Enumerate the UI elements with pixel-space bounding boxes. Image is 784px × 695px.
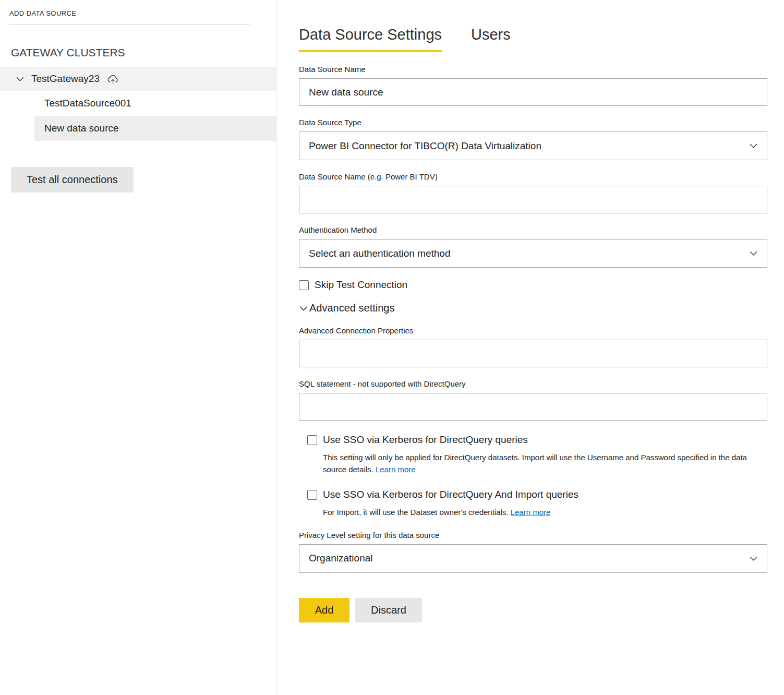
data-source-type-select[interactable]: Power BI Connector for TIBCO(R) Data Vir… bbox=[299, 131, 767, 160]
chevron-down-icon bbox=[749, 141, 758, 150]
sql-statement-input[interactable] bbox=[299, 393, 767, 421]
sso-directquery-row: Use SSO via Kerberos for DirectQuery que… bbox=[307, 434, 767, 446]
skip-test-connection-row: Skip Test Connection bbox=[299, 279, 767, 291]
skip-test-connection-label: Skip Test Connection bbox=[315, 279, 407, 291]
discard-button[interactable]: Discard bbox=[355, 598, 422, 622]
privacy-level-value: Organizational bbox=[309, 553, 373, 564]
gateway-name: TestGateway23 bbox=[31, 73, 100, 85]
chevron-down-icon bbox=[749, 249, 758, 258]
add-button[interactable]: Add bbox=[299, 598, 349, 622]
tdv-name-input[interactable] bbox=[299, 186, 767, 213]
tdv-name-label: Data Source Name (e.g. Power BI TDV) bbox=[299, 172, 767, 181]
page-title: ADD DATA SOURCE bbox=[0, 0, 276, 24]
sso-directquery-label: Use SSO via Kerberos for DirectQuery que… bbox=[323, 434, 528, 446]
sso-import-help-text: For Import, it will use the Dataset owne… bbox=[323, 508, 511, 517]
sidebar: ADD DATA SOURCE GATEWAY CLUSTERS TestGat… bbox=[0, 0, 276, 695]
tab-users[interactable]: Users bbox=[471, 26, 511, 52]
gateway-cluster-item[interactable]: TestGateway23 bbox=[0, 67, 276, 91]
data-source-name-label: Data Source Name bbox=[299, 65, 767, 74]
privacy-level-label: Privacy Level setting for this data sour… bbox=[299, 531, 767, 540]
sso-directquery-checkbox[interactable] bbox=[307, 435, 317, 445]
tab-bar: Data Source Settings Users bbox=[299, 26, 767, 52]
sso-import-row: Use SSO via Kerberos for DirectQuery And… bbox=[307, 489, 767, 500]
sso-import-checkbox[interactable] bbox=[307, 490, 317, 500]
privacy-level-select[interactable]: Organizational bbox=[299, 544, 767, 573]
cloud-upload-icon bbox=[106, 73, 119, 86]
data-source-type-value: Power BI Connector for TIBCO(R) Data Vir… bbox=[309, 140, 541, 152]
chevron-down-icon bbox=[749, 554, 758, 563]
chevron-down-icon[interactable] bbox=[16, 75, 25, 83]
advanced-settings-toggle[interactable]: Advanced settings bbox=[299, 302, 767, 314]
auth-method-select[interactable]: Select an authentication method bbox=[299, 239, 767, 268]
form-actions: Add Discard bbox=[299, 598, 767, 622]
data-source-name-input[interactable] bbox=[299, 78, 767, 106]
main-content: Data Source Settings Users Data Source N… bbox=[276, 0, 784, 695]
tab-data-source-settings[interactable]: Data Source Settings bbox=[299, 26, 442, 52]
sso-import-label: Use SSO via Kerberos for DirectQuery And… bbox=[323, 489, 578, 500]
learn-more-link[interactable]: Learn more bbox=[511, 508, 551, 517]
advanced-settings-label: Advanced settings bbox=[309, 302, 394, 314]
skip-test-connection-checkbox[interactable] bbox=[299, 280, 309, 290]
auth-method-label: Authentication Method bbox=[299, 225, 767, 234]
sso-import-help: For Import, it will use the Dataset owne… bbox=[323, 507, 767, 519]
add-data-source-page: ADD DATA SOURCE GATEWAY CLUSTERS TestGat… bbox=[0, 0, 784, 695]
sql-statement-label: SQL statement - not supported with Direc… bbox=[299, 379, 767, 388]
auth-method-value: Select an authentication method bbox=[309, 248, 450, 259]
gateway-clusters-heading: GATEWAY CLUSTERS bbox=[0, 25, 276, 67]
data-source-type-label: Data Source Type bbox=[299, 118, 767, 127]
learn-more-link[interactable]: Learn more bbox=[376, 465, 416, 474]
test-all-connections-button[interactable]: Test all connections bbox=[11, 167, 134, 193]
datasource-item[interactable]: TestDataSource001 bbox=[0, 91, 276, 116]
advanced-connection-properties-input[interactable] bbox=[299, 340, 767, 367]
chevron-down-icon bbox=[299, 304, 308, 313]
advanced-connection-properties-label: Advanced Connection Properties bbox=[299, 326, 767, 335]
data-source-form: Data Source Name Data Source Type Power … bbox=[299, 65, 767, 622]
sso-directquery-help: This setting will only be applied for Di… bbox=[323, 452, 767, 475]
datasource-item-selected[interactable]: New data source bbox=[34, 116, 276, 141]
